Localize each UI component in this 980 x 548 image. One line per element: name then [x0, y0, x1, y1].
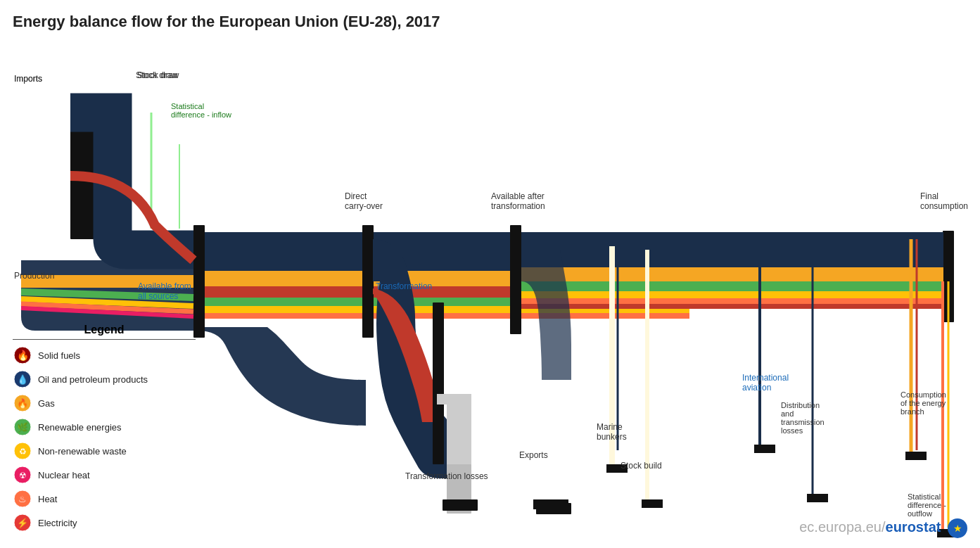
nuclear-icon: ☢	[13, 465, 32, 485]
label-direct-carryover: Directcarry-over	[345, 191, 383, 211]
legend-item-renewable: 🌿 Renewable energies	[13, 417, 196, 437]
waste-icon: ♻	[13, 441, 32, 461]
legend-label-solid-fuels: Solid fuels	[38, 350, 80, 361]
label-stat-diff-outflow: Statisticaldifference -outflow	[908, 492, 946, 518]
electricity-icon: ⚡	[13, 513, 32, 533]
svg-text:💧: 💧	[17, 374, 29, 385]
legend-label-heat: Heat	[38, 494, 57, 504]
svg-rect-8	[510, 225, 521, 334]
label-final-consumption: Finalconsumption	[920, 191, 968, 211]
page-title: Energy balance flow for the European Uni…	[13, 13, 440, 31]
svg-rect-17	[521, 267, 943, 281]
label-available-all: Available fromall sources	[138, 281, 191, 301]
label-stat-diff-inflow: Statistical difference - inflow	[171, 102, 234, 119]
legend-item-gas: 🔥 Gas	[13, 393, 196, 413]
renewable-icon: 🌿	[13, 417, 32, 437]
svg-rect-34	[754, 445, 775, 453]
heat-icon: ♨	[13, 489, 32, 509]
svg-text:🔥: 🔥	[17, 350, 30, 362]
label-transformation: Transformation	[376, 281, 432, 291]
legend-item-oil: 💧 Oil and petroleum products	[13, 369, 196, 389]
legend-item-heat: ♨ Heat	[13, 489, 196, 509]
oil-icon: 💧	[13, 369, 32, 389]
legend-label-renewable: Renewable energies	[38, 422, 122, 433]
svg-rect-35	[807, 494, 828, 502]
solid-fuels-icon: 🔥	[13, 345, 32, 365]
svg-rect-18	[521, 281, 943, 291]
watermark-prefix: ec.europa.eu/	[799, 519, 885, 535]
legend-label-waste: Non-renewable waste	[38, 446, 127, 457]
legend-item-waste: ♻ Non-renewable waste	[13, 441, 196, 461]
label-imports-text: Imports	[14, 74, 42, 84]
svg-text:♻: ♻	[19, 447, 27, 457]
label-transformation-losses: Transformation losses	[405, 471, 488, 481]
legend-label-electricity: Electricity	[38, 518, 77, 528]
svg-rect-21	[521, 304, 943, 309]
watermark-suffix: eurostat	[886, 519, 941, 535]
legend-label-nuclear: Nuclear heat	[38, 470, 90, 480]
label-consumption-energy: Consumptionof the energybranch	[901, 390, 946, 416]
svg-rect-38	[533, 499, 568, 509]
svg-rect-19	[521, 291, 943, 298]
label-exports: Exports	[519, 450, 548, 460]
eu-logo: ★	[948, 518, 967, 538]
svg-text:☢: ☢	[19, 471, 27, 480]
svg-rect-36	[905, 452, 927, 460]
svg-text:🌿: 🌿	[17, 421, 29, 433]
svg-rect-13	[433, 302, 444, 464]
svg-text:🔥: 🔥	[17, 397, 29, 409]
svg-text:♨: ♨	[18, 494, 27, 504]
legend-label-gas: Gas	[38, 398, 55, 409]
watermark: ec.europa.eu/eurostat ★	[799, 518, 967, 538]
legend-item-electricity: ⚡ Electricity	[13, 513, 196, 533]
legend-title: Legend	[13, 324, 196, 340]
svg-rect-7	[362, 225, 374, 338]
svg-text:⚡: ⚡	[17, 517, 29, 529]
legend-item-solid-fuels: 🔥 Solid fuels	[13, 345, 196, 365]
label-distribution-losses: Distributionandtransmissionlosses	[781, 401, 825, 435]
label-intl-aviation: Internationalaviation	[742, 373, 789, 393]
label-marine-bunkers: Marinebunkers	[597, 422, 627, 442]
svg-rect-6	[193, 225, 205, 338]
legend-label-oil: Oil and petroleum products	[38, 374, 148, 385]
svg-rect-33	[642, 499, 663, 508]
legend-item-nuclear: ☢ Nuclear heat	[13, 465, 196, 485]
svg-rect-16	[521, 232, 943, 267]
label-stock-build: Stock build	[621, 461, 662, 471]
gas-icon: 🔥	[13, 393, 32, 413]
svg-rect-20	[521, 298, 943, 304]
legend: Legend 🔥 Solid fuels 💧 Oil and petroleum…	[13, 324, 196, 537]
label-available-after: Available aftertransformation	[491, 191, 545, 211]
label-stockdraw-text: Stock draw	[136, 70, 177, 80]
svg-rect-15	[443, 499, 478, 511]
label-production: Production	[14, 271, 54, 281]
